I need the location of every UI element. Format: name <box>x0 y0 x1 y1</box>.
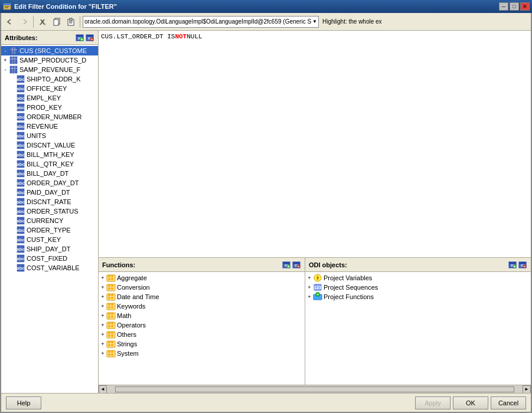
tree-item-prod[interactable]: abc PROD_KEY <box>1 103 98 112</box>
maximize-button[interactable]: □ <box>510 2 519 11</box>
toggle-paid_day[interactable] <box>9 189 15 195</box>
tree-item-discnt_rate[interactable]: abc DISCNT_RATE <box>1 197 98 206</box>
tree-item-office[interactable]: abc OFFICE_KEY <box>1 84 98 93</box>
attributes-add-btn[interactable] <box>75 33 84 42</box>
tree-item-order_num[interactable]: abc ORDER_NUMBER <box>1 112 98 122</box>
tree-item-bill_mth[interactable]: abc BILL_MTH_KEY <box>1 150 98 159</box>
odi-add-btn[interactable] <box>508 260 517 270</box>
tree-item-discnt_val[interactable]: abc DISCNT_VALUE <box>1 140 98 150</box>
odi-item-proj_vars[interactable]: + Project Variables <box>305 273 531 283</box>
toggle-revenue[interactable] <box>9 123 15 129</box>
func-toggle-aggregate[interactable]: + <box>100 275 106 281</box>
toggle-cust_key[interactable] <box>9 237 15 242</box>
toggle-discnt_rate[interactable] <box>9 199 15 205</box>
toggle-order_type[interactable] <box>9 227 15 233</box>
tree-item-revenue[interactable]: abc REVENUE <box>1 122 98 131</box>
toggle-bill_day[interactable] <box>9 171 15 176</box>
tree-item-cus[interactable]: - CUS (SRC_CUSTOME <box>1 46 98 55</box>
toggle-order_status[interactable] <box>9 208 15 214</box>
cancel-button[interactable]: Cancel <box>491 396 526 409</box>
func-toggle-math[interactable]: + <box>100 313 106 319</box>
close-button[interactable]: ✕ <box>520 2 530 11</box>
toggle-cost_var[interactable] <box>9 265 15 271</box>
toggle-empl[interactable] <box>9 95 15 101</box>
tree-item-empl[interactable]: abc EMPL_KEY <box>1 93 98 103</box>
toggle-shipto[interactable] <box>9 76 15 82</box>
ok-button[interactable]: OK <box>453 396 488 409</box>
tree-item-order_status[interactable]: abc ORDER_STATUS <box>1 206 98 216</box>
toggle-order_day[interactable] <box>9 180 15 186</box>
tree-item-cost_var[interactable]: abc COST_VARIABLE <box>1 263 98 273</box>
odi-remove-btn[interactable] <box>518 260 527 270</box>
func-toggle-keywords[interactable]: + <box>100 303 106 309</box>
attributes-remove-btn[interactable] <box>85 33 94 42</box>
toggle-samp_revenue[interactable]: - <box>2 67 8 73</box>
tree-item-ship_day[interactable]: abc SHIP_DAY_DT <box>1 244 98 254</box>
toggle-office[interactable] <box>9 86 15 91</box>
odi-item-proj_func[interactable]: + Project Functions <box>305 292 531 301</box>
tree-item-currency[interactable]: abc CURRENCY <box>1 216 98 225</box>
toggle-units[interactable] <box>9 133 15 139</box>
functions-add-btn[interactable] <box>282 260 291 270</box>
tree-item-paid_day[interactable]: abc PAID_DAY_DT <box>1 188 98 197</box>
func-toggle-strings[interactable]: + <box>100 341 106 347</box>
func-toggle-others[interactable]: + <box>100 332 106 337</box>
toggle-cost_fixed[interactable] <box>9 255 15 261</box>
tree-item-samp_revenue[interactable]: - SAMP_REVENUE_F <box>1 65 98 74</box>
odi-toggle-proj_seq[interactable]: + <box>306 284 312 290</box>
tree-item-bill_day[interactable]: abc BILL_DAY_DT <box>1 169 98 178</box>
toggle-bill_qtr[interactable] <box>9 161 15 167</box>
toggle-samp_products[interactable]: + <box>2 57 8 63</box>
func-item-strings[interactable]: + Strings <box>99 339 305 349</box>
scroll-right-btn[interactable]: ► <box>523 385 531 394</box>
tree-item-shipto[interactable]: abc SHIPTO_ADDR_K <box>1 74 98 84</box>
cut-button[interactable] <box>36 15 49 28</box>
odi-objects-tree[interactable]: + Project Variables+ 123 Project Sequenc… <box>305 272 531 385</box>
toggle-prod[interactable] <box>9 104 15 110</box>
paste-button[interactable] <box>64 15 77 28</box>
odi-item-proj_seq[interactable]: + 123 Project Sequences <box>305 283 531 292</box>
window-controls[interactable]: ─ □ ✕ <box>499 2 530 11</box>
tree-item-bill_qtr[interactable]: abc BILL_QTR_KEY <box>1 159 98 169</box>
tree-item-cust_key[interactable]: abc CUST_KEY <box>1 235 98 244</box>
func-toggle-datetime[interactable]: + <box>100 294 106 300</box>
functions-tree[interactable]: + Aggregate+ Conversion+ Date and Time+ … <box>99 272 305 385</box>
toggle-currency[interactable] <box>9 218 15 224</box>
func-toggle-conversion[interactable]: + <box>100 284 106 290</box>
sql-editor[interactable]: CUS.LST_ORDER_DT IS NOT NULL <box>99 31 531 258</box>
func-item-others[interactable]: + Others <box>99 330 305 339</box>
functions-remove-btn[interactable] <box>292 260 301 270</box>
help-button[interactable]: Help <box>6 396 41 409</box>
func-item-system[interactable]: + System <box>99 349 305 358</box>
func-item-math[interactable]: + Math <box>99 311 305 320</box>
tree-item-order_type[interactable]: abc ORDER_TYPE <box>1 225 98 235</box>
apply-button[interactable]: Apply <box>415 396 451 409</box>
language-dropdown[interactable]: oracle.odi.domain.topology.OdiLanguageIm… <box>83 16 319 28</box>
func-toggle-operators[interactable]: + <box>100 322 106 328</box>
func-item-conversion[interactable]: + Conversion <box>99 283 305 292</box>
odi-toggle-proj_func[interactable]: + <box>306 294 312 300</box>
forward-button[interactable] <box>18 15 31 28</box>
attributes-tree[interactable]: - CUS (SRC_CUSTOME+ SAMP_PRODUCTS_D- SAM… <box>1 45 98 393</box>
tree-item-order_day[interactable]: abc ORDER_DAY_DT <box>1 178 98 188</box>
func-item-keywords[interactable]: + Keywords <box>99 301 305 311</box>
toggle-bill_mth[interactable] <box>9 152 15 158</box>
func-toggle-system[interactable]: + <box>100 350 106 356</box>
copy-button[interactable] <box>50 15 63 28</box>
minimize-button[interactable]: ─ <box>499 2 508 11</box>
func-item-datetime[interactable]: + Date and Time <box>99 292 305 301</box>
toggle-order_num[interactable] <box>9 114 15 120</box>
back-button[interactable] <box>4 15 17 28</box>
func-item-operators[interactable]: + Operators <box>99 320 305 330</box>
tree-item-units[interactable]: abc UNITS <box>1 131 98 140</box>
toggle-discnt_val[interactable] <box>9 142 15 148</box>
toggle-cus[interactable]: - <box>2 48 8 54</box>
tree-item-samp_products[interactable]: + SAMP_PRODUCTS_D <box>1 55 98 65</box>
func-item-aggregate[interactable]: + Aggregate <box>99 273 305 283</box>
scrollbar-track[interactable] <box>115 386 514 392</box>
horizontal-scrollbar[interactable]: ◄ ► <box>99 385 531 393</box>
scroll-left-btn[interactable]: ◄ <box>99 385 107 394</box>
odi-toggle-proj_vars[interactable]: + <box>306 275 312 281</box>
toggle-ship_day[interactable] <box>9 246 15 252</box>
tree-item-cost_fixed[interactable]: abc COST_FIXED <box>1 254 98 263</box>
